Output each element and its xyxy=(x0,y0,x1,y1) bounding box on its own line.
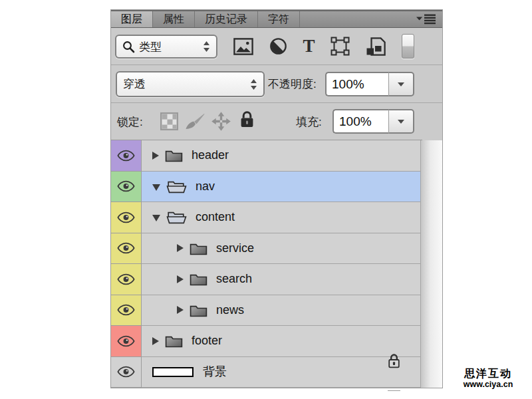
expand-toggle-icon[interactable] xyxy=(177,244,184,252)
layer-name: footer xyxy=(192,334,222,348)
eye-icon xyxy=(117,304,135,316)
visibility-cell[interactable] xyxy=(111,295,142,327)
visibility-cell[interactable] xyxy=(111,233,142,265)
tab-label: 图层 xyxy=(121,13,142,27)
panel-menu-button[interactable] xyxy=(416,14,436,27)
lock-pixels-button[interactable] xyxy=(184,112,205,131)
layer-row-content[interactable]: news xyxy=(142,295,420,327)
layer-name: news xyxy=(216,303,244,317)
blend-bar: 穿透 不透明度: 100% xyxy=(111,65,442,103)
updown-arrows-icon xyxy=(250,78,257,90)
filter-type-layers-button[interactable]: T xyxy=(303,37,315,55)
smart-object-icon xyxy=(366,37,386,56)
move-arrows-icon xyxy=(211,111,231,132)
lock-all-button[interactable] xyxy=(239,110,255,129)
visibility-cell[interactable] xyxy=(111,202,142,233)
eye-icon xyxy=(117,366,135,378)
folder-icon xyxy=(165,148,183,162)
lock-transparency-button[interactable] xyxy=(160,112,178,130)
opacity-dropdown-button[interactable] xyxy=(389,72,414,96)
layer-lock-icon xyxy=(388,353,400,391)
folder-icon xyxy=(190,272,207,286)
eye-icon xyxy=(117,335,135,347)
layer-row-content[interactable]: content xyxy=(142,202,420,233)
filter-bar: 类型 T xyxy=(111,28,442,65)
visibility-cell[interactable] xyxy=(111,357,142,388)
dropdown-arrow-icon xyxy=(398,120,404,124)
filter-adjustment-layers-button[interactable] xyxy=(269,37,287,55)
watermark-url: www.ciya.cn xyxy=(453,380,523,389)
visibility-cell[interactable] xyxy=(111,326,142,357)
expand-toggle-icon[interactable] xyxy=(177,275,184,283)
layer-row-content[interactable]: service xyxy=(142,233,420,265)
layer-row[interactable]: footer xyxy=(111,326,420,357)
expand-toggle-icon[interactable] xyxy=(177,306,184,314)
filter-icon-group: T xyxy=(233,28,414,65)
blend-mode-select[interactable]: 穿透 xyxy=(116,71,265,97)
expand-toggle-icon[interactable] xyxy=(152,215,160,221)
brush-icon xyxy=(184,112,205,131)
folder-icon xyxy=(190,241,207,255)
panel-tab[interactable]: 历史记录 xyxy=(195,11,258,27)
lock-bar: 锁定: xyxy=(111,103,422,140)
layer-row-content[interactable]: nav xyxy=(142,172,420,203)
layer-row-content[interactable]: header xyxy=(142,140,420,172)
tab-label: 字符 xyxy=(268,13,289,27)
expand-toggle-icon[interactable] xyxy=(152,184,160,191)
search-icon xyxy=(122,41,135,53)
filter-smart-objects-button[interactable] xyxy=(366,37,386,56)
visibility-cell[interactable] xyxy=(111,264,142,295)
folder-icon xyxy=(190,303,207,317)
tab-label: 历史记录 xyxy=(205,13,247,27)
layer-row[interactable]: nav xyxy=(111,172,420,203)
opacity-input[interactable]: 100% xyxy=(325,72,389,96)
expand-toggle-icon[interactable] xyxy=(152,152,159,160)
panel-menu-icon xyxy=(416,14,436,25)
eye-icon xyxy=(117,180,135,192)
scrollbar-track[interactable] xyxy=(420,140,442,388)
layer-list: header nav xyxy=(111,140,420,388)
layer-row-content[interactable]: footer xyxy=(142,326,420,357)
layer-thumbnail[interactable] xyxy=(152,367,194,377)
layer-row-content[interactable]: search xyxy=(142,264,420,295)
layer-row[interactable]: content xyxy=(111,202,420,233)
lock-position-button[interactable] xyxy=(211,111,231,132)
visibility-cell[interactable] xyxy=(111,140,142,172)
expand-toggle-icon[interactable] xyxy=(152,337,159,345)
fill-input[interactable]: 100% xyxy=(332,109,389,134)
layer-row[interactable]: 背景 xyxy=(111,357,420,388)
filter-kind-select[interactable]: 类型 xyxy=(115,35,217,59)
layer-row[interactable]: news xyxy=(111,295,420,327)
fill-dropdown-button[interactable] xyxy=(389,109,414,134)
layer-row-content[interactable]: 背景 xyxy=(142,357,420,388)
layer-name: nav xyxy=(196,180,215,194)
folder-open-icon xyxy=(166,210,187,224)
watermark-title: 思洋互动 xyxy=(453,368,523,380)
opacity-label: 不透明度: xyxy=(268,76,317,92)
lock-label: 锁定: xyxy=(117,114,143,130)
filter-kind-value: 类型 xyxy=(139,39,203,55)
eye-icon xyxy=(117,273,135,285)
layer-row[interactable]: search xyxy=(111,264,420,295)
visibility-cell[interactable] xyxy=(111,172,142,203)
panel-tabs: 图层 属性 历史记录 字符 xyxy=(111,10,442,28)
filter-shape-layers-button[interactable] xyxy=(331,37,350,56)
fill-label: 填充: xyxy=(296,114,322,130)
eye-icon xyxy=(117,150,135,162)
eye-icon xyxy=(117,211,135,223)
layer-row[interactable]: service xyxy=(111,233,420,265)
fill-combo: 100% xyxy=(332,109,414,134)
blend-mode-value: 穿透 xyxy=(123,76,250,92)
filter-toggle-switch[interactable] xyxy=(402,34,414,59)
layer-name: content xyxy=(196,210,235,224)
filter-pixel-layers-button[interactable] xyxy=(233,38,253,55)
adjustment-layer-icon xyxy=(269,37,287,55)
shape-layer-icon xyxy=(331,37,350,56)
eye-icon xyxy=(117,242,135,254)
panel-tab[interactable]: 图层 xyxy=(111,11,153,27)
layer-row[interactable]: header xyxy=(111,140,420,172)
panel-tab[interactable]: 字符 xyxy=(258,11,300,27)
panel-tab[interactable]: 属性 xyxy=(153,11,195,27)
pixel-layer-icon xyxy=(233,38,253,55)
padlock-icon xyxy=(239,110,255,129)
